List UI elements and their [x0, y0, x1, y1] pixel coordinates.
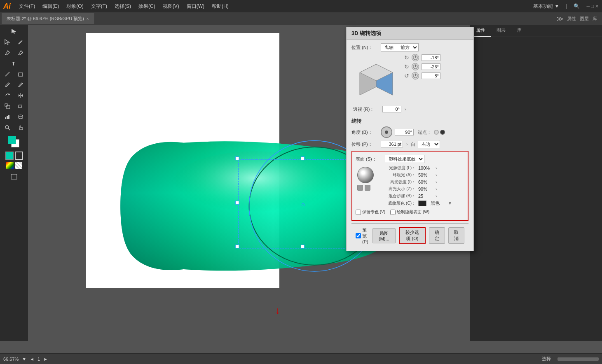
rot-z-input[interactable]: [422, 72, 440, 79]
handle-bc[interactable]: [301, 245, 304, 248]
surface-type-select[interactable]: 塑料效果底纹: [385, 155, 424, 163]
svg-text:+: +: [21, 52, 23, 56]
highlight-intensity-value: 60%: [418, 180, 433, 184]
pen-add-tool[interactable]: +: [14, 48, 27, 58]
menu-view[interactable]: 视图(V): [159, 1, 183, 12]
layers-tab[interactable]: 图层: [491, 25, 511, 37]
offset-expand[interactable]: ›: [406, 142, 408, 147]
handle-tl[interactable]: [236, 157, 239, 160]
handle-tc[interactable]: [301, 157, 304, 160]
perspective-expand[interactable]: ›: [405, 107, 406, 112]
position-label: 位置 (N)：: [351, 44, 378, 51]
libraries-tab[interactable]: 库: [511, 25, 527, 37]
ok-button[interactable]: 确定: [429, 227, 445, 244]
shading-color-swatch[interactable]: [418, 201, 426, 206]
magic-wand-tool[interactable]: [14, 37, 27, 47]
artboard-tool[interactable]: [8, 172, 20, 182]
shading-color-expand[interactable]: ▼: [448, 201, 452, 205]
svg-rect-5: [19, 73, 23, 76]
fg-color[interactable]: [8, 136, 16, 144]
line-tool[interactable]: [1, 69, 14, 79]
endpoint-left[interactable]: [434, 130, 439, 135]
type-tool[interactable]: T: [8, 58, 20, 68]
handle-ml[interactable]: [236, 201, 239, 204]
paintbrush-tool[interactable]: [1, 80, 14, 90]
preview-checkbox[interactable]: [356, 233, 361, 238]
pencil-tool[interactable]: [14, 80, 27, 90]
blend-steps-expand[interactable]: ›: [436, 194, 437, 198]
workspace-menu[interactable]: 基本功能 ▼: [530, 1, 562, 12]
menu-select[interactable]: 选择(S): [111, 1, 134, 12]
shear-tool[interactable]: [14, 101, 27, 111]
fg-bg-colors[interactable]: [7, 135, 21, 149]
position-select[interactable]: 离轴 — 前方: [381, 43, 419, 51]
rot-y-input[interactable]: [422, 63, 440, 70]
shading-color-row: 底纹颜色 (C)： 黑色 ▼: [377, 200, 464, 206]
color-mode[interactable]: [6, 162, 14, 169]
menu-edit[interactable]: 编辑(E): [39, 1, 62, 12]
preserve-spot-checkbox[interactable]: [356, 210, 361, 215]
pen-tool[interactable]: [1, 48, 14, 58]
rot-y-icon[interactable]: [412, 63, 419, 70]
menu-text[interactable]: 文字(T): [88, 1, 110, 12]
menu-help[interactable]: 帮助(H): [208, 1, 232, 12]
cancel-button[interactable]: 取消: [448, 227, 464, 244]
hand-tool[interactable]: [14, 123, 27, 133]
panel-collapse-btn[interactable]: ≫: [557, 15, 564, 23]
document-tab[interactable]: 未标题-2* @ 66.67% (RGB/GPU 预览) ×: [2, 13, 94, 24]
next-page[interactable]: ►: [43, 357, 48, 362]
ambient-light-expand[interactable]: ›: [436, 173, 437, 177]
menu-window[interactable]: 窗口(W): [183, 1, 208, 12]
perspective-row: 透视 (R)： ›: [351, 106, 468, 112]
menu-effect[interactable]: 效果(C): [135, 1, 159, 12]
search-stock[interactable]: 🔍: [570, 2, 583, 11]
stroke-color[interactable]: [15, 152, 23, 160]
scale-tool[interactable]: [1, 101, 14, 111]
revolve-section-title: 绕转: [351, 115, 468, 125]
rot-x-input[interactable]: [422, 54, 440, 61]
offset-direction-select[interactable]: 右边: [418, 140, 440, 148]
zoom-dropdown[interactable]: ▼: [22, 357, 26, 362]
light-intensity-label: 光源强度 (L)：: [379, 165, 416, 171]
cube-rotation-area: ↻ ↻ ↺: [351, 54, 468, 103]
prev-page[interactable]: ◄: [30, 357, 34, 362]
handle-bl[interactable]: [236, 245, 239, 248]
scroll-bar[interactable]: [557, 357, 599, 361]
offset-input[interactable]: [381, 141, 403, 147]
endpoint-right[interactable]: [440, 130, 445, 135]
app-logo: Ai: [3, 2, 11, 11]
data-tool[interactable]: [14, 112, 27, 122]
map-button[interactable]: 贴图 (M)...: [372, 228, 396, 243]
menu-object[interactable]: 对象(O): [63, 1, 87, 12]
none-mode[interactable]: [15, 162, 22, 169]
angle-dial[interactable]: [381, 126, 392, 138]
light-intensity-expand[interactable]: ›: [436, 166, 437, 170]
draw-hidden-checkbox[interactable]: [390, 210, 396, 215]
zoom-tool[interactable]: [1, 123, 14, 133]
tab-title: 未标题-2* @ 66.67% (RGB/GPU 预览): [7, 16, 84, 22]
rot-x-icon[interactable]: [412, 54, 419, 61]
direct-select-tool[interactable]: [1, 37, 14, 47]
reflect-tool[interactable]: [14, 91, 27, 100]
select-tool[interactable]: [8, 26, 20, 36]
angle-input[interactable]: [395, 129, 414, 135]
rotation-controls: ↻ ↻ ↺: [404, 54, 440, 103]
highlight-intensity-expand[interactable]: ›: [436, 180, 437, 184]
rect-tool[interactable]: [14, 69, 27, 79]
svg-rect-9: [7, 105, 10, 109]
surface-section: 表面 (S)： 塑料效果底纹 光源: [351, 151, 468, 221]
param-list: 光源强度 (L)： 100% › 环境光 (A)： 50% › 高光强度 (I)…: [377, 165, 464, 208]
fill-color[interactable]: [5, 152, 14, 160]
perspective-input[interactable]: [382, 106, 401, 112]
color-block-area: [5, 135, 23, 169]
rotate-tool[interactable]: [1, 91, 14, 100]
graph-tool[interactable]: [1, 112, 14, 122]
fewer-options-button[interactable]: 较少选项 (O): [399, 227, 426, 244]
light-btn-2[interactable]: [365, 185, 370, 191]
highlight-size-expand[interactable]: ›: [436, 187, 437, 191]
tab-close[interactable]: ×: [87, 16, 89, 21]
menu-file[interactable]: 文件(F): [16, 1, 38, 12]
light-btn-1[interactable]: [357, 185, 363, 191]
rot-z-icon[interactable]: [412, 72, 419, 79]
arrow-down: ↓: [275, 305, 280, 316]
